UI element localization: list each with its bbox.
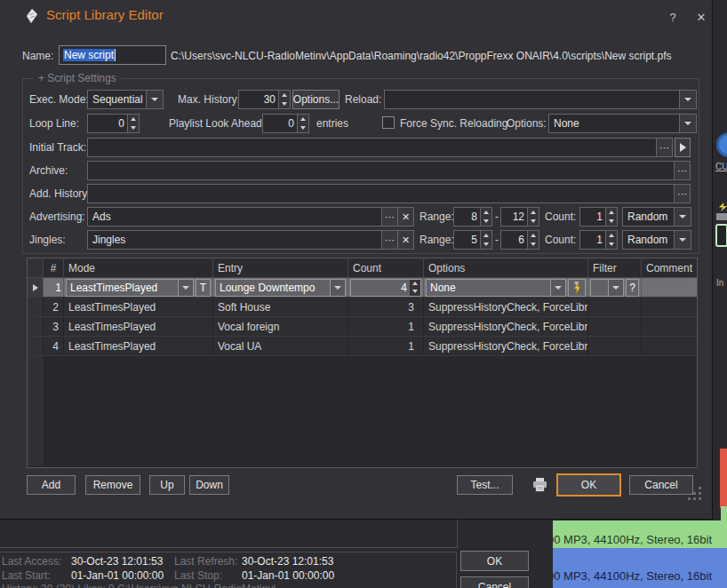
remove-button[interactable]: Remove	[85, 475, 140, 495]
reload-select[interactable]	[384, 90, 697, 109]
table-header: # Mode Entry Count Options Filter Commen…	[28, 258, 697, 278]
green-track-bar[interactable]: 00 MP3, 44100Hz, Stereo, 16bit	[553, 520, 727, 548]
ok-button[interactable]: OK	[556, 473, 621, 497]
advertising-label: Advertising:	[29, 211, 85, 223]
script-settings-group-title[interactable]: + Script Settings	[34, 72, 121, 84]
advertising-from-spinner[interactable]	[481, 207, 492, 226]
resize-grip[interactable]	[699, 497, 701, 500]
jingles-input[interactable]: Jingles ··· ✕	[87, 230, 414, 250]
exec-mode-select[interactable]: Sequential	[87, 90, 164, 109]
table-row[interactable]: 4 LeastTimesPlayed Vocal UA 1 SuppressHi…	[28, 337, 697, 356]
cu-link[interactable]: CU	[715, 162, 727, 171]
mode-t-button[interactable]: T	[196, 279, 211, 297]
jingles-range-to[interactable]: 6	[500, 230, 528, 250]
browse-icon[interactable]: ···	[381, 208, 397, 226]
advertising-range-to[interactable]: 12	[500, 207, 528, 226]
blue-track-bar[interactable]: 00 MP3, 44100Hz, Stereo, 16bit	[553, 548, 727, 588]
advertising-count-spinner[interactable]	[606, 207, 618, 226]
advertising-value: Ads	[88, 211, 381, 223]
background-ok-button[interactable]: OK	[460, 551, 529, 571]
chevron-down-icon[interactable]	[679, 91, 696, 108]
max-history-input[interactable]: 30	[238, 90, 279, 109]
chevron-down-icon[interactable]	[674, 208, 691, 226]
play-button[interactable]	[675, 138, 691, 157]
play-icon	[680, 143, 686, 152]
clear-icon[interactable]: ✕	[397, 208, 413, 226]
count-spinner[interactable]	[410, 279, 421, 297]
max-history-spinner[interactable]	[279, 90, 291, 109]
col-entry[interactable]: Entry	[213, 258, 348, 277]
name-input[interactable]: New script	[59, 45, 166, 65]
look-ahead-spinner[interactable]	[298, 114, 309, 133]
chevron-down-icon[interactable]	[330, 280, 345, 296]
count-cell[interactable]: 4	[348, 278, 424, 297]
loop-line-input[interactable]: 0	[87, 114, 128, 133]
jingles-from-spinner[interactable]	[481, 230, 492, 250]
help-button[interactable]: ?	[665, 9, 681, 25]
header-selector-cell	[28, 258, 44, 277]
options-action-button[interactable]	[568, 279, 586, 297]
chevron-down-icon[interactable]	[679, 115, 696, 132]
spinner-up-icon	[300, 117, 306, 121]
history-options-button[interactable]: Options...	[292, 90, 340, 109]
table-row[interactable]: 1 LeastTimesPlayed T Lounge Downtempo 4 …	[28, 278, 697, 298]
up-button[interactable]: Up	[149, 475, 185, 495]
filter-help-button[interactable]: ?	[626, 279, 639, 297]
table-row[interactable]: 2 LeastTimesPlayed Soft House 3 Suppress…	[28, 298, 697, 317]
browse-icon[interactable]: ···	[674, 185, 690, 203]
down-button[interactable]: Down	[189, 475, 229, 495]
jingles-range-from[interactable]: 5	[453, 230, 481, 250]
force-sync-checkbox[interactable]	[382, 116, 395, 129]
glow-button-fragment[interactable]	[715, 224, 727, 247]
test-button[interactable]: Test...	[457, 475, 513, 495]
row-selector-cell[interactable]	[28, 337, 44, 355]
table-row[interactable]: 3 LeastTimesPlayed Vocal foreign 1 Suppr…	[28, 317, 697, 337]
print-button[interactable]	[530, 475, 549, 495]
browse-icon[interactable]: ···	[381, 231, 397, 249]
col-count[interactable]: Count	[348, 258, 424, 277]
advertising-count-input[interactable]: 1	[579, 207, 606, 226]
col-comment[interactable]: Comment	[642, 258, 697, 277]
browse-icon[interactable]: ···	[674, 162, 690, 179]
col-filter[interactable]: Filter	[588, 258, 642, 277]
comment-cell[interactable]	[642, 278, 697, 297]
jingles-count-input[interactable]: 1	[579, 230, 606, 250]
advertising-input[interactable]: Ads ··· ✕	[87, 207, 414, 226]
col-mode[interactable]: Mode	[64, 258, 213, 277]
close-button[interactable]: ✕	[693, 9, 709, 25]
chevron-down-icon[interactable]	[178, 280, 193, 296]
loop-line-spinner[interactable]	[128, 114, 140, 133]
jingles-count-spinner[interactable]	[606, 230, 618, 250]
browse-icon[interactable]: ···	[656, 139, 672, 156]
look-ahead-input[interactable]: 0	[262, 114, 298, 133]
chevron-down-icon[interactable]	[608, 280, 623, 296]
add-button[interactable]: Add	[27, 475, 76, 495]
jingles-mode-select[interactable]: Random	[622, 230, 691, 250]
advertising-range-from[interactable]: 8	[453, 207, 481, 226]
mode-cell: LeastTimesPlayed	[64, 337, 213, 355]
add-history-input[interactable]: ···	[87, 184, 691, 203]
clear-icon[interactable]: ✕	[397, 231, 413, 249]
chevron-down-icon[interactable]	[550, 280, 565, 296]
cancel-button[interactable]: Cancel	[629, 475, 693, 495]
col-num[interactable]: #	[44, 258, 64, 277]
advertising-to-spinner[interactable]	[528, 207, 539, 226]
jingles-to-spinner[interactable]	[528, 230, 539, 250]
row-selector-cell[interactable]	[28, 317, 44, 336]
filter-cell[interactable]: ?	[588, 278, 642, 297]
row-selector-cell[interactable]	[28, 298, 44, 316]
mode-cell[interactable]: LeastTimesPlayed T	[64, 278, 213, 297]
row-selector-cell[interactable]	[28, 278, 44, 297]
row-num: 1	[44, 278, 64, 297]
advertising-mode-select[interactable]: Random	[622, 207, 691, 226]
options-select[interactable]: None	[548, 114, 697, 133]
archive-input[interactable]: ···	[87, 161, 691, 180]
titlebar[interactable]: Script Library Editor ? ✕	[0, 0, 712, 34]
col-options[interactable]: Options	[424, 258, 588, 277]
background-cancel-button[interactable]: Cancel	[460, 576, 529, 588]
initial-track-input[interactable]: ···	[87, 138, 673, 157]
options-cell[interactable]: None	[424, 278, 588, 297]
chevron-down-icon[interactable]	[146, 91, 163, 108]
entry-cell[interactable]: Lounge Downtempo	[213, 278, 348, 297]
chevron-down-icon[interactable]	[674, 231, 691, 249]
